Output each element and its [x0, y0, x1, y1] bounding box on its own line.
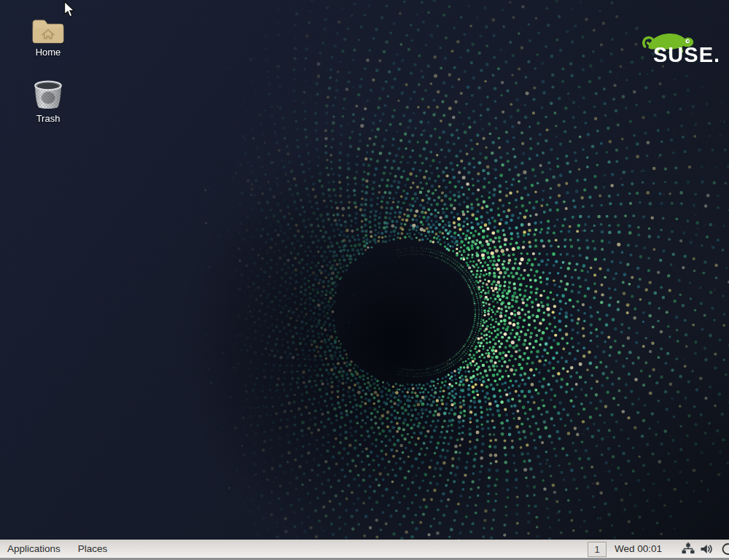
- suse-logo: SUSE.: [636, 22, 726, 69]
- mouse-cursor: [63, 1, 77, 18]
- desktop-icon-trash[interactable]: Trash: [20, 79, 76, 125]
- workspace-switcher[interactable]: 1: [588, 542, 607, 557]
- desktop-wallpaper: [0, 0, 729, 560]
- partial-circle-icon[interactable]: [720, 542, 729, 556]
- desktop-icon-label: Home: [36, 47, 61, 58]
- network-wired-icon[interactable]: [682, 542, 695, 555]
- desktop: Home Trash: [0, 0, 729, 560]
- desktop-icon-label: Trash: [36, 113, 61, 124]
- trash-icon: [34, 79, 63, 111]
- volume-icon[interactable]: [699, 542, 713, 556]
- home-folder-icon: [31, 18, 65, 44]
- taskbar: Applications Places 1 Wed 00:01: [0, 540, 729, 560]
- clock[interactable]: Wed 00:01: [615, 540, 662, 558]
- desktop-icon-home[interactable]: Home: [20, 18, 76, 58]
- suse-logo-text: SUSE.: [653, 44, 720, 66]
- places-menu[interactable]: Places: [69, 540, 117, 558]
- applications-menu[interactable]: Applications: [0, 540, 69, 558]
- taskbar-menus: Applications Places: [0, 540, 116, 558]
